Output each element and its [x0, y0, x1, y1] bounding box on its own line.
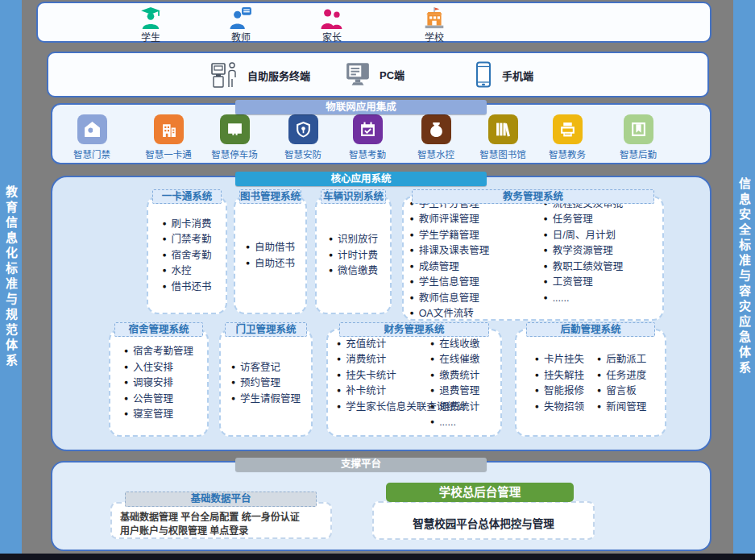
iot-label: 智慧水控: [405, 147, 467, 160]
kiosk-icon: [209, 61, 239, 89]
user-item-school: 学校: [402, 7, 467, 44]
system-title: 宿舍管理系统: [114, 322, 203, 337]
system-box-dormitory: 宿舍管理系统 宿舍考勤管理 入住安排 调寝安排 公告管理 寝室管理: [109, 329, 209, 437]
system-columns: 卡片挂失 挂失解挂 智能报修 失物招领 后勤派工 任务进度 留言板 新闻管理: [535, 351, 646, 414]
system-title: 图书管理系统: [239, 189, 301, 204]
list-item: 识别放行: [329, 231, 378, 247]
list-item: 教职工绩效管理: [544, 259, 657, 275]
list-item: 自助借书: [246, 239, 295, 255]
library-books-icon: [495, 121, 512, 138]
system-box-vehicle: 车辆识别系统 识别放行 计时计费 微信缴费: [315, 196, 392, 314]
water-control-icon: [428, 121, 445, 138]
attendance-calendar-icon: [359, 121, 376, 138]
list-item: 智能报修: [535, 383, 584, 399]
user-item-student: 学生: [118, 7, 183, 44]
list-item: 教学资源管理: [544, 243, 657, 259]
user-label: 家长: [300, 30, 364, 44]
list-item: 公告管理: [124, 391, 193, 407]
list-item: 卡片挂失: [535, 351, 584, 367]
users-panel: 学生 教师 家长 学校: [36, 2, 711, 43]
system-items: 刷卡消费 门禁考勤 宿舍考勤 水控 借书还书: [162, 216, 211, 295]
list-item: ......: [544, 290, 657, 306]
school-admin-box: 智慧校园平台总体把控与管理: [372, 501, 595, 540]
list-item: 缴费统计: [430, 367, 492, 384]
iot-label: 智慧停车场: [204, 147, 265, 160]
list-item: 新闻管理: [597, 399, 646, 415]
system-title: 车辆识别系统: [321, 189, 386, 204]
user-label: 教师: [209, 30, 273, 44]
list-item: 任务进度: [597, 367, 646, 384]
parents-icon: [321, 7, 343, 29]
base-data-platform-title: 基础数据平台: [125, 492, 317, 507]
user-item-parents: 家长: [300, 7, 364, 44]
list-item: 调寝安排: [124, 375, 193, 391]
list-item: 失物招领: [535, 399, 584, 415]
system-items: 宿舍考勤管理 入住安排 调寝安排 公告管理 寝室管理: [124, 343, 193, 422]
base-platform-line2: 用户账户与权限管理 单点登录: [120, 525, 324, 538]
system-columns: 充值统计 消费统计 挂失卡统计 补卡统计 学生家长信息关联查询统计 在线收缴 在…: [337, 336, 492, 430]
list-item: 教师信息管理: [410, 290, 537, 306]
list-item: 任务管理: [544, 211, 657, 227]
system-title: 财务管理系统: [339, 322, 489, 337]
list-item: 刷卡消费: [162, 216, 211, 232]
iot-item-academic: 智慧教务: [537, 114, 598, 160]
iot-item-parking: 智慧停车场: [204, 114, 265, 160]
list-item: 门禁考勤: [162, 231, 211, 247]
iot-banner: 物联网应用集成: [235, 100, 487, 114]
base-data-platform-box: 基础数据管理 平台全局配置 统一身份认证 用户账户与权限管理 单点登录: [110, 502, 332, 539]
iot-label: 智慧后勤: [608, 147, 669, 160]
list-item: 预约管理: [231, 375, 301, 391]
core-banner-title: 核心应用系统: [330, 173, 391, 185]
system-title: 后勤管理系统: [526, 322, 655, 337]
list-item: 借书还书: [162, 279, 211, 295]
system-items-col1: 卡片挂失 挂失解挂 智能报修 失物招领: [535, 351, 584, 414]
list-item: 教师评课管理: [410, 211, 537, 227]
onecard-icon: [160, 121, 177, 138]
list-item: 入住安排: [124, 359, 193, 375]
right-security-sidebar: 信息安全标准与容灾应急体系: [733, 0, 755, 554]
list-item: 补卡统计: [337, 383, 425, 399]
school-admin-content: 智慧校园平台总体把控与管理: [374, 515, 593, 531]
system-title: 门卫管理系统: [225, 322, 307, 337]
list-item: 水控: [162, 263, 211, 279]
school-icon: [423, 7, 446, 29]
list-item: 消费统计: [337, 351, 425, 367]
terminal-item-kiosk: 自助服务终端: [209, 61, 310, 89]
iot-item-attendance: 智慧考勤: [337, 114, 398, 160]
security-shield-icon: [295, 121, 312, 138]
terminal-label: 手机端: [502, 68, 533, 83]
terminal-item-pc: PC端: [345, 61, 404, 87]
system-box-onecard: 一卡通系统 刷卡消费 门禁考勤 宿舍考勤 水控 借书还书: [147, 196, 227, 314]
system-items-col2: 流程提交及审批 任务管理 日/周、月计划 教学资源管理 教职工绩效管理 工资管理…: [544, 196, 657, 321]
right-sidebar-label: 信息安全标准与容灾应急体系: [736, 177, 753, 376]
system-items: 自助借书 自助还书: [246, 239, 295, 271]
system-title: 教务管理系统: [412, 189, 654, 204]
list-item: 排课及课表管理: [410, 243, 537, 259]
bottom-edge-strip: [0, 554, 755, 560]
iot-label: 智慧教务: [537, 147, 598, 160]
system-items-col2: 在线收缴 在线催缴 缴费统计 退费管理 退费统计 ......: [430, 336, 492, 430]
iot-label: 智慧安防: [272, 147, 334, 160]
iot-panel: 物联网应用集成 智慧门禁 智慧一卡通 智慧停车场: [51, 103, 711, 164]
system-box-gate: 门卫管理系统 访客登记 预约管理 学生请假管理: [219, 329, 313, 437]
system-box-logistics: 后勤管理系统 卡片挂失 挂失解挂 智能报修 失物招领 后勤派工 任务进度 留言板…: [515, 329, 666, 437]
phone-icon: [474, 61, 493, 89]
list-item: 访客登记: [231, 359, 301, 375]
teacher-icon: [230, 7, 252, 29]
system-columns: 学生评分管理 教师评课管理 学生学籍管理 排课及课表管理 成绩管理 学生信息管理…: [410, 196, 657, 321]
iot-label: 智慧门禁: [61, 147, 122, 160]
terminals-panel: 自助服务终端 PC端 手机端: [47, 52, 709, 97]
user-item-teacher: 教师: [209, 7, 273, 44]
list-item: 微信缴费: [329, 263, 378, 279]
list-item: 在线收缴: [430, 336, 492, 352]
academic-printer-icon: [559, 121, 576, 138]
system-items-col2: 后勤派工 任务进度 留言板 新闻管理: [597, 351, 646, 414]
list-item: 计时计费: [329, 247, 378, 263]
iot-label: 智慧图书馆: [472, 147, 533, 160]
system-items-col1: 充值统计 消费统计 挂失卡统计 补卡统计 学生家长信息关联查询统计: [337, 336, 425, 430]
iot-item-logistics: 智慧后勤: [608, 114, 669, 160]
terminal-item-mobile: 手机端: [474, 61, 533, 89]
list-item: 挂失解挂: [535, 367, 584, 384]
terminal-label: PC端: [380, 67, 404, 82]
support-banner-title: 支撑平台: [341, 458, 381, 470]
